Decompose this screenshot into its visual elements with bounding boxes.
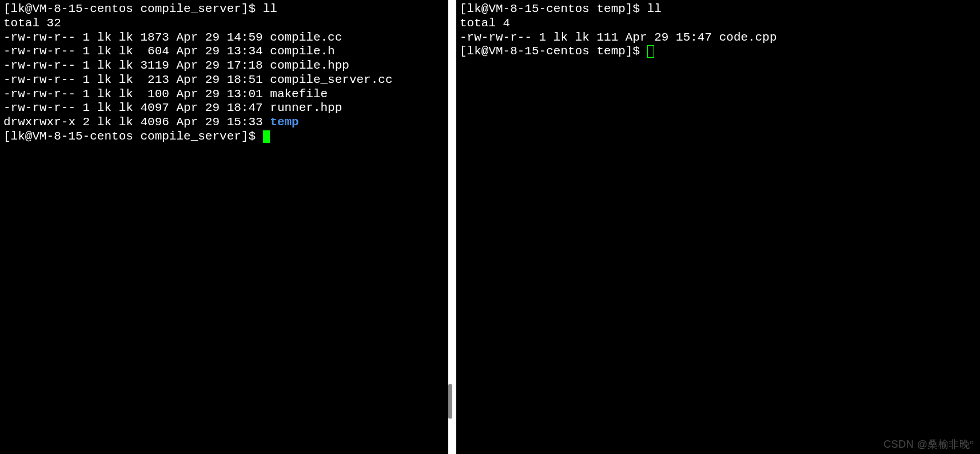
file-name: compile_server.cc [270,73,392,86]
prompt-prefix: [lk@VM-8-15-centos temp]$ [460,2,647,15]
file-row: -rw-rw-r-- 1 lk lk 4097 Apr 29 18:47 run… [3,101,445,116]
scrollbar-thumb[interactable] [448,384,452,419]
directory-name: temp [270,116,298,129]
file-meta: -rw-rw-r-- 1 lk lk 3119 Apr 29 17:18 [3,59,270,72]
file-name: compile.h [270,45,334,58]
file-row: -rw-rw-r-- 1 lk lk 604 Apr 29 13:34 comp… [3,45,445,59]
file-meta: -rw-rw-r-- 1 lk lk 4097 Apr 29 18:47 [3,101,270,114]
file-row: -rw-rw-r-- 1 lk lk 3119 Apr 29 17:18 com… [3,59,445,73]
file-meta: -rw-rw-r-- 1 lk lk 604 Apr 29 13:34 [3,45,270,58]
prompt-prefix: [lk@VM-8-15-centos compile_server]$ [3,130,263,143]
pane-divider[interactable] [448,0,456,454]
file-row: -rw-rw-r-- 1 lk lk 100 Apr 29 13:01 make… [3,87,445,102]
file-name: code.cpp [719,31,777,44]
prompt-line: [lk@VM-8-15-centos temp]$ ll [460,2,977,17]
cursor-icon [263,130,270,143]
prompt-prefix: [lk@VM-8-15-centos temp]$ [460,45,647,58]
file-meta: -rw-rw-r-- 1 lk lk 111 Apr 29 15:47 [460,31,719,44]
file-name: makefile [270,87,328,101]
file-meta: -rw-rw-r-- 1 lk lk 100 Apr 29 13:01 [3,87,270,101]
watermark: CSDN @桑榆非晚ᵒ [883,439,974,451]
file-meta: drwxrwxr-x 2 lk lk 4096 Apr 29 15:33 [3,116,270,129]
file-row: -rw-rw-r-- 1 lk lk 1873 Apr 29 14:59 com… [3,31,445,45]
file-row: -rw-rw-r-- 1 lk lk 111 Apr 29 15:47 code… [460,31,977,45]
prompt-prefix: [lk@VM-8-15-centos compile_server]$ [3,2,263,15]
file-row: drwxrwxr-x 2 lk lk 4096 Apr 29 15:33 tem… [3,116,445,130]
file-listing: -rw-rw-r-- 1 lk lk 1873 Apr 29 14:59 com… [3,31,445,130]
total-line: total 32 [3,17,445,31]
file-meta: -rw-rw-r-- 1 lk lk 1873 Apr 29 14:59 [3,31,270,44]
prompt-line: [lk@VM-8-15-centos temp]$ [460,45,977,59]
file-name: compile.hpp [270,59,349,72]
prompt-line: [lk@VM-8-15-centos compile_server]$ [3,130,445,144]
prompt-line: [lk@VM-8-15-centos compile_server]$ ll [3,2,445,17]
command-text: ll [263,2,277,15]
file-name: compile.cc [270,31,342,44]
terminal-pane-right[interactable]: [lk@VM-8-15-centos temp]$ ll total 4 -rw… [456,0,980,454]
terminal-pane-left[interactable]: [lk@VM-8-15-centos compile_server]$ ll t… [0,0,448,454]
file-row: -rw-rw-r-- 1 lk lk 213 Apr 29 18:51 comp… [3,73,445,87]
file-listing: -rw-rw-r-- 1 lk lk 111 Apr 29 15:47 code… [460,31,977,45]
file-meta: -rw-rw-r-- 1 lk lk 213 Apr 29 18:51 [3,73,270,86]
total-line: total 4 [460,17,977,31]
cursor-icon [647,45,654,58]
command-text: ll [647,2,662,15]
file-name: runner.hpp [270,101,342,114]
